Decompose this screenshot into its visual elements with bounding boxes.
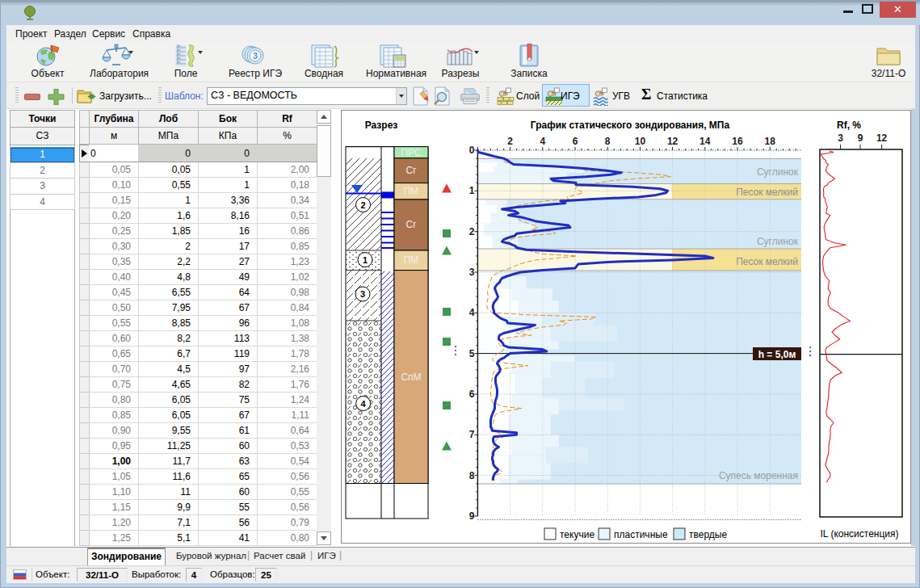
svg-text:h = 5,0м: h = 5,0м [758,349,796,360]
svg-text:3: 3 [469,267,475,278]
svg-text:18: 18 [765,136,776,147]
svg-text:16: 16 [732,136,743,147]
svg-text:Сг: Сг [405,219,417,230]
svg-text:8: 8 [605,136,611,147]
svg-text:Суглинок: Суглинок [757,166,799,178]
svg-text:1: 1 [363,255,368,265]
svg-text:4: 4 [540,136,545,147]
svg-text:Супесь моренная: Супесь моренная [719,470,798,481]
svg-text:10: 10 [635,136,646,147]
svg-text:8: 8 [469,470,475,481]
svg-text:пластичные: пластичные [614,529,668,540]
svg-text:2: 2 [469,226,475,237]
svg-text:5: 5 [469,348,475,359]
svg-text:Песок мелкий: Песок мелкий [736,187,798,198]
svg-text:твердые: твердые [689,529,727,540]
svg-text:IL (консистенция): IL (консистенция) [820,528,898,540]
svg-text:3: 3 [253,52,258,61]
svg-text:3: 3 [838,132,843,144]
svg-text:1: 1 [469,185,475,196]
svg-text:Суглинок: Суглинок [757,236,799,247]
svg-text:График статического зондирован: График статического зондирования, МПа [531,120,730,131]
svg-text:14: 14 [699,136,711,147]
svg-text:2: 2 [360,200,365,210]
svg-text:Песок мелкий: Песок мелкий [736,256,798,267]
svg-text:ПРС: ПРС [401,147,421,158]
svg-text:9: 9 [469,510,475,522]
svg-text:4: 4 [361,399,367,409]
svg-text:9: 9 [858,132,863,144]
svg-text:ПМ: ПМ [404,186,419,197]
svg-text:4: 4 [469,307,475,318]
svg-text:СпМ: СпМ [401,372,421,383]
svg-text:текучие: текучие [560,529,594,540]
svg-text:7: 7 [469,429,475,440]
svg-text:2: 2 [507,136,513,147]
svg-text:12: 12 [876,132,888,144]
svg-text:Rf, %: Rf, % [837,120,861,131]
svg-text:Сг: Сг [405,165,417,176]
svg-text:3: 3 [360,289,365,299]
svg-text:ПМ: ПМ [404,254,419,266]
svg-text:6: 6 [573,136,578,147]
svg-text:0: 0 [469,145,475,156]
svg-text:Разрез: Разрез [365,120,398,131]
svg-text:6: 6 [469,388,475,400]
svg-text:12: 12 [667,136,678,147]
